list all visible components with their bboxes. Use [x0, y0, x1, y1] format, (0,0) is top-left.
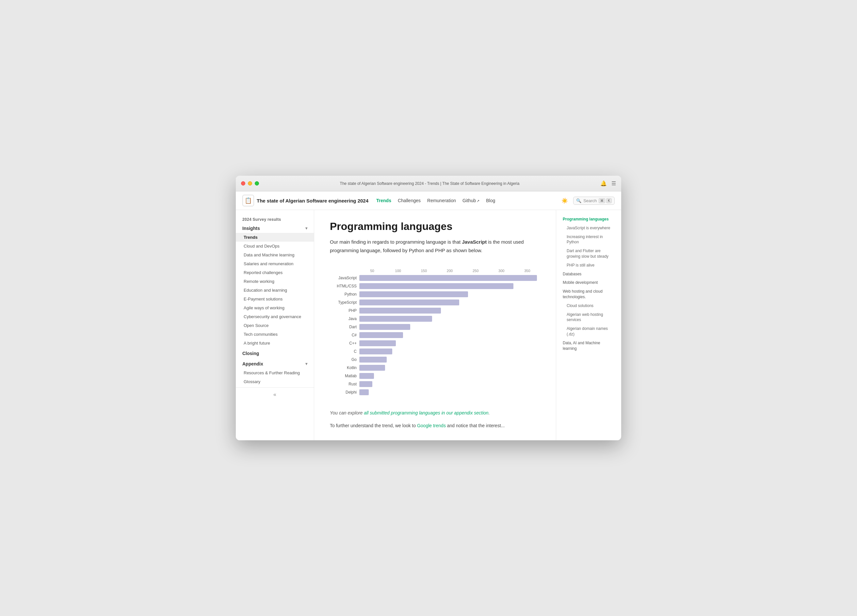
nav-link-trends[interactable]: Trends: [376, 198, 391, 203]
sidebar-item-remote[interactable]: Remote working: [236, 277, 314, 286]
toc-sub-item[interactable]: PHP is still alive: [560, 261, 617, 269]
toc-top-item[interactable]: Data, AI and Machine learning: [560, 339, 617, 353]
chart-bar-area: [359, 365, 540, 371]
toc-top-item[interactable]: Web hosting and cloud technologies.: [560, 288, 617, 301]
toc-top-item[interactable]: Databases: [560, 270, 617, 278]
traffic-lights: [241, 181, 259, 186]
nav-link-challenges[interactable]: Challenges: [398, 198, 421, 203]
chevron-down-icon: ▾: [305, 226, 307, 231]
sidebar-item-trends[interactable]: Trends: [236, 233, 314, 242]
toc-sub-item[interactable]: Algerian domain names (.dz): [560, 325, 617, 338]
search-icon: 🔍: [576, 198, 582, 203]
toc-sub-item[interactable]: Algerian web hosting services: [560, 311, 617, 324]
kbd-k: K: [606, 198, 612, 203]
axis-150: 150: [411, 269, 437, 273]
toc-sub-item[interactable]: Dart and Flutter are growing slow but st…: [560, 247, 617, 261]
title-bar-actions: 🔔 ☰: [600, 180, 616, 186]
chart-label: PHP: [330, 308, 359, 313]
logo-icon: 📋: [242, 195, 254, 206]
sidebar-group-header-appendix[interactable]: Appendix ▾: [236, 359, 314, 368]
sidebar-item-tech-communities[interactable]: Tech communities: [236, 330, 314, 339]
sidebar-item-challenges[interactable]: Reported challenges: [236, 268, 314, 277]
chart-label: C#: [330, 333, 359, 337]
sidebar-group-label-closing: Closing: [242, 351, 259, 356]
toc-sub-item[interactable]: Increasing interest in Python: [560, 233, 617, 247]
nav-links: Trends Challenges Remuneration Github Bl…: [376, 198, 554, 203]
chart-bar-area: [359, 332, 540, 338]
chart-row: C++: [330, 340, 540, 347]
nav-link-blog[interactable]: Blog: [486, 198, 495, 203]
chart-bar: [360, 332, 403, 338]
nav-link-remuneration[interactable]: Remuneration: [427, 198, 456, 203]
search-box[interactable]: 🔍 Search ⌘ K: [573, 197, 615, 205]
sidebar-survey-label: 2024 Survey results: [236, 215, 314, 224]
footer2-post: and notice that the interest...: [446, 423, 505, 428]
sidebar-item-opensource[interactable]: Open Source: [236, 321, 314, 330]
axis-50: 50: [359, 269, 385, 273]
sidebar-group-header-closing[interactable]: Closing: [236, 349, 314, 358]
sidebar-item-education[interactable]: Education and learning: [236, 286, 314, 295]
chart-label: TypeScript: [330, 300, 359, 305]
chart-bar-area: [359, 291, 540, 297]
main-content: Programming languages Our main finding i…: [314, 210, 556, 440]
nav-right: ☀️ 🔍 Search ⌘ K: [562, 197, 615, 205]
chart-bar-area: [359, 341, 540, 346]
toc-sub-item[interactable]: JavaScript is everywhere: [560, 224, 617, 232]
chart-bar: [360, 308, 441, 314]
toc-list: Programming languagesJavaScript is every…: [560, 215, 617, 353]
sidebar-item-cybersecurity[interactable]: Cybersecurity and governance: [236, 312, 314, 321]
chart-label: JavaScript: [330, 275, 359, 280]
close-button[interactable]: [241, 181, 245, 186]
window-title: The state of Algerian Software engineeri…: [259, 181, 600, 186]
chart-bar-area: [359, 389, 540, 395]
toc-top-item[interactable]: Mobile development: [560, 279, 617, 287]
theme-toggle-icon[interactable]: ☀️: [562, 198, 568, 204]
sidebar-item-agile[interactable]: Agile ways of working: [236, 303, 314, 312]
toc-top-item[interactable]: Programming languages: [560, 215, 617, 223]
chart-bar: [360, 348, 392, 354]
sidebar-item-epayment[interactable]: E-Payment solutions: [236, 295, 314, 303]
chart-bar: [360, 357, 387, 362]
sidebar-item-resources[interactable]: Resources & Further Reading: [236, 368, 314, 377]
axis-300: 300: [489, 269, 514, 273]
chart-row: HTML/CSS: [330, 283, 540, 289]
chart-row: JavaScript: [330, 275, 540, 281]
chart-label: Kotlin: [330, 365, 359, 370]
chart-bar: [360, 316, 432, 322]
axis-250: 250: [463, 269, 489, 273]
axis-100: 100: [385, 269, 411, 273]
sidebar-item-glossary[interactable]: Glossary: [236, 377, 314, 386]
chart-row: Java: [330, 316, 540, 322]
bell-icon[interactable]: 🔔: [600, 180, 607, 186]
sidebar-group-label-appendix: Appendix: [242, 361, 263, 367]
google-trends-link[interactable]: Google trends: [417, 423, 446, 428]
sidebar-group-header-insights[interactable]: Insights ▾: [236, 224, 314, 233]
chart-bar-area: [359, 357, 540, 362]
sidebar-item-salaries[interactable]: Salaries and remuneration: [236, 259, 314, 268]
chart-row: Go: [330, 356, 540, 363]
chart-bar-area: [359, 381, 540, 387]
maximize-button[interactable]: [255, 181, 259, 186]
chart-bar-area: [359, 324, 540, 330]
chart-row: Rust: [330, 381, 540, 387]
nav-link-github[interactable]: Github: [463, 198, 480, 203]
axis-350: 350: [514, 269, 540, 273]
chart-bar-area: [359, 348, 540, 354]
nav-logo[interactable]: 📋 The state of Algerian Software enginee…: [242, 195, 368, 206]
sidebar-item-data-ml[interactable]: Data and Machine learning: [236, 251, 314, 259]
chart-bar: [360, 389, 369, 395]
sidebar-item-bright-future[interactable]: A bright future: [236, 339, 314, 348]
chart-row: Matlab: [330, 373, 540, 379]
chart-bar: [360, 365, 385, 371]
sidebar-item-cloud[interactable]: Cloud and DevOps: [236, 242, 314, 251]
menu-icon[interactable]: ☰: [611, 180, 616, 186]
appendix-link[interactable]: all submitted programming languages in o…: [364, 410, 488, 415]
sidebar-collapse-button[interactable]: «: [236, 387, 314, 401]
chart-bar: [360, 381, 372, 387]
bar-chart: 50 100 150 200 250 300 350 JavaScript HT…: [330, 263, 540, 402]
chart-label: Java: [330, 316, 359, 321]
minimize-button[interactable]: [248, 181, 252, 186]
chart-rows: JavaScript HTML/CSS Python TypeScript: [330, 275, 540, 396]
toc-sub-item[interactable]: Cloud solutions: [560, 302, 617, 310]
chart-row: Delphi: [330, 389, 540, 396]
